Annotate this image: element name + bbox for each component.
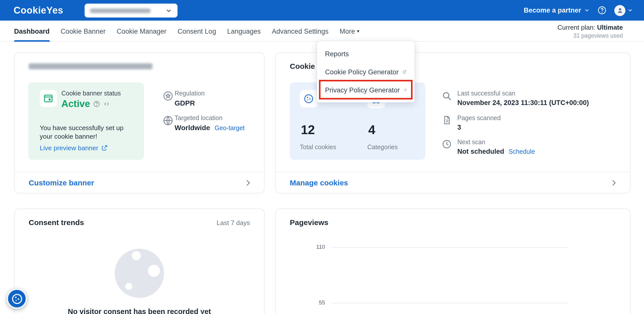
consent-empty-text: No visitor consent has been recorded yet [15, 307, 264, 314]
current-plan: Current plan: Ultimate [557, 24, 623, 31]
main-nav: Dashboard Cookie Banner Cookie Manager C… [0, 21, 644, 42]
tab-dashboard-label: Dashboard [14, 27, 50, 35]
next-scan-value-text: Not scheduled [457, 148, 504, 155]
tab-cookie-manager[interactable]: Cookie Manager [117, 21, 167, 42]
cookie-icon [300, 90, 317, 108]
external-link-icon [101, 145, 108, 151]
cookieyes-dashboard: CookieYes Become a partner [0, 0, 644, 314]
schedule-link[interactable]: Schedule [509, 148, 535, 155]
location-value-text: Worldwide [175, 124, 210, 132]
last-scan-label: Last successful scan [457, 90, 515, 97]
search-icon [442, 91, 452, 101]
tab-advanced-settings[interactable]: Advanced Settings [272, 21, 329, 42]
chevron-down-icon [166, 7, 172, 14]
menu-item-privacy-policy-generator[interactable]: Privacy Policy Generator [317, 81, 415, 99]
tab-consent-log-label: Consent Log [178, 27, 216, 35]
tab-cookie-manager-label: Cookie Manager [117, 27, 167, 35]
regulation-value: GDPR [175, 99, 195, 107]
help-icon[interactable] [597, 6, 607, 15]
cookie-banner-card: Cookie banner status Active You have suc… [14, 52, 265, 193]
banner-status-panel: Cookie banner status Active You have suc… [28, 82, 144, 160]
external-link-icon [403, 68, 407, 75]
account-menu-button[interactable] [614, 5, 633, 16]
manage-cookies-footer[interactable]: Manage cookies [276, 172, 630, 193]
banner-status-icon [40, 90, 57, 107]
more-dropdown-menu: Reports Cookie Policy Generator Privacy … [317, 41, 415, 102]
manage-cookies-link[interactable]: Manage cookies [290, 178, 348, 187]
pages-scanned-value: 3 [457, 124, 461, 131]
customize-banner-link[interactable]: Customize banner [29, 178, 94, 187]
pageviews-card: Pageviews 110 55 [275, 208, 630, 314]
targeted-location-value: WorldwideGeo-target [175, 124, 245, 132]
menu-item-reports[interactable]: Reports [317, 45, 415, 63]
redacted-site-title [29, 63, 152, 69]
menu-item-privacy-policy-generator-label: Privacy Policy Generator [325, 86, 400, 94]
caret-down-icon: ▾ [357, 29, 359, 34]
cookie-hole [148, 265, 160, 277]
y-tick-55: 55 [312, 299, 325, 305]
current-plan-value: Ultimate [597, 24, 623, 31]
consent-trends-title: Consent trends [29, 218, 84, 227]
tab-cookie-banner-label: Cookie Banner [61, 27, 106, 35]
pages-scanned-label: Pages scanned [457, 115, 501, 122]
banner-status-row: Active [61, 98, 110, 110]
next-scan-value: Not scheduledSchedule [457, 148, 535, 155]
targeted-location-label: Targeted location [175, 115, 222, 122]
menu-item-cookie-policy-generator[interactable]: Cookie Policy Generator [317, 63, 415, 81]
chevron-down-icon [627, 8, 633, 13]
menu-item-reports-label: Reports [325, 50, 349, 58]
redacted-site-url [90, 8, 150, 13]
chevron-right-icon [610, 179, 618, 187]
y-tick-110: 110 [312, 244, 325, 250]
next-scan-label: Next scan [457, 139, 485, 146]
become-a-partner-label: Become a partner [524, 7, 581, 14]
consent-trends-card: Consent trends Last 7 days No visitor co… [14, 208, 265, 314]
install-code-icon[interactable] [103, 100, 110, 108]
cookieyes-logo: CookieYes [14, 5, 63, 16]
tab-languages-label: Languages [227, 27, 261, 35]
pages-document-icon [442, 115, 452, 125]
current-plan-label: Current plan: [557, 24, 595, 31]
help-circle-icon[interactable] [93, 100, 100, 108]
customize-banner-footer[interactable]: Customize banner [15, 172, 264, 193]
clock-icon [442, 139, 452, 149]
site-selector-dropdown[interactable] [85, 4, 178, 18]
cookie-hole [132, 251, 141, 260]
banner-success-text: You have successfully set up your cookie… [40, 124, 136, 141]
consent-range-label: Last 7 days [217, 219, 250, 227]
regulation-label: Regulation [175, 90, 205, 97]
total-cookies-value: 12 [301, 123, 315, 137]
empty-state-cookie-illustration [115, 249, 164, 298]
last-scan-value: November 24, 2023 11:30:11 (UTC+00:00) [457, 99, 589, 107]
tab-languages[interactable]: Languages [227, 21, 261, 42]
gridline [332, 247, 568, 248]
plan-info: Current plan: Ultimate 31 pageviews used [557, 24, 623, 39]
tab-dashboard[interactable]: Dashboard [14, 21, 50, 42]
categories-label: Categories [367, 144, 398, 151]
topbar-right: Become a partner [524, 0, 633, 21]
live-preview-banner-label: Live preview banner [40, 144, 98, 152]
globe-location-icon [163, 115, 174, 126]
external-link-icon [404, 86, 407, 93]
avatar [614, 5, 625, 16]
menu-item-cookie-policy-generator-label: Cookie Policy Generator [325, 68, 399, 76]
categories-value: 4 [368, 123, 375, 137]
total-cookies-label: Total cookies [300, 144, 336, 151]
tab-more-label: More [340, 27, 355, 35]
gridline [332, 303, 568, 303]
geo-target-link[interactable]: Geo-target [215, 125, 245, 132]
tab-more[interactable]: More▾ [340, 21, 359, 42]
live-preview-banner-link[interactable]: Live preview banner [40, 144, 108, 152]
tab-cookie-banner[interactable]: Cookie Banner [61, 21, 106, 42]
tab-advanced-settings-label: Advanced Settings [272, 27, 329, 35]
nav-tabs: Dashboard Cookie Banner Cookie Manager C… [14, 21, 359, 42]
tab-consent-log[interactable]: Consent Log [178, 21, 216, 42]
chevron-down-icon [584, 8, 590, 13]
become-a-partner-button[interactable]: Become a partner [524, 7, 590, 14]
cookieyes-widget-button[interactable] [7, 288, 27, 309]
chevron-right-icon [244, 179, 252, 187]
cookie-hole [125, 283, 132, 290]
banner-status-label: Cookie banner status [61, 90, 121, 97]
pageviews-title: Pageviews [290, 218, 328, 227]
topbar: CookieYes Become a partner [0, 0, 644, 21]
